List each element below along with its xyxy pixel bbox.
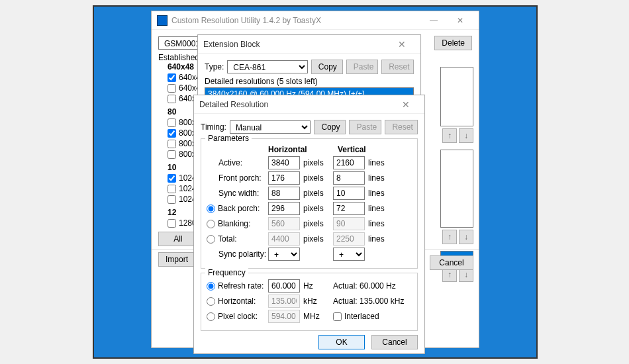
frequency-legend: Frequency	[205, 268, 248, 277]
polarity-v-select[interactable]: +	[333, 248, 365, 261]
sync-polarity-label: Sync polarity:	[207, 250, 265, 259]
back-porch-radio[interactable]: Back porch:	[207, 204, 265, 213]
type-label: Type:	[205, 62, 224, 71]
main-title: Custom Resolution Utility 1.4.2 by Toast…	[171, 16, 420, 25]
pixel-clock-radio[interactable]: Pixel clock:	[207, 312, 265, 321]
delete-button[interactable]: Delete	[434, 36, 472, 50]
side-list-2[interactable]	[440, 150, 473, 228]
detailed-titlebar: Detailed Resolution ✕	[194, 95, 424, 114]
front-porch-v-input[interactable]	[333, 171, 365, 185]
detailed-label: Detailed resolutions (5 slots left)	[205, 77, 414, 86]
parameters-group: Parameters Horizontal Vertical Active: p…	[201, 138, 418, 269]
side-list-1[interactable]	[440, 67, 473, 126]
refresh-actual: Actual: 60.000 Hz	[333, 281, 396, 291]
det-reset-button[interactable]: Reset	[385, 120, 418, 134]
extension-titlebar: Extension Block ✕	[198, 35, 420, 54]
viewport-frame: Custom Resolution Utility 1.4.2 by Toast…	[93, 5, 538, 359]
sync-width-h-input[interactable]	[268, 187, 300, 200]
pixel-clock-input	[268, 310, 300, 323]
sync-width-v-input[interactable]	[333, 187, 365, 200]
back-porch-h-input[interactable]	[268, 202, 300, 215]
frequency-group: Frequency Refresh rate: Hz Actual: 60.00…	[201, 273, 418, 331]
horizontal-radio[interactable]: Horizontal:	[207, 296, 265, 306]
col-horizontal: Horizontal	[268, 145, 334, 154]
main-cancel-button[interactable]: Cancel	[430, 255, 473, 270]
det-cancel-button[interactable]: Cancel	[371, 335, 418, 349]
sync-width-label: Sync width:	[207, 189, 265, 198]
timing-label: Timing:	[201, 122, 226, 132]
det-paste-button[interactable]: Paste	[349, 120, 381, 134]
front-porch-label: Front porch:	[207, 173, 265, 183]
total-v-input	[333, 232, 365, 246]
ext-reset-button[interactable]: Reset	[381, 60, 414, 74]
active-label: Active:	[207, 158, 265, 167]
app-icon	[157, 15, 168, 26]
total-radio[interactable]: Total:	[207, 234, 265, 244]
timing-select[interactable]: Manual	[230, 120, 311, 134]
active-v-input[interactable]	[333, 156, 365, 169]
move-down-button-1[interactable]: ↓	[459, 128, 473, 143]
detailed-title: Detailed Resolution	[199, 100, 393, 109]
refresh-rate-radio[interactable]: Refresh rate:	[207, 281, 265, 291]
move-up-button-2[interactable]: ↑	[442, 230, 457, 244]
polarity-h-select[interactable]: +	[268, 248, 300, 261]
horizontal-actual: Actual: 135.000 kHz	[333, 296, 404, 306]
ext-copy-button[interactable]: Copy	[311, 60, 343, 74]
import-button[interactable]: Import	[158, 252, 195, 267]
active-h-unit: pixels	[303, 158, 330, 167]
detailed-close-button[interactable]: ✕	[393, 99, 419, 110]
blanking-radio[interactable]: Blanking:	[207, 219, 265, 228]
extension-close-button[interactable]: ✕	[389, 39, 415, 50]
active-v-unit: lines	[368, 158, 395, 167]
ext-paste-button[interactable]: Paste	[346, 60, 378, 74]
extension-title: Extension Block	[203, 40, 389, 49]
move-down-button-2[interactable]: ↓	[459, 230, 473, 244]
move-up-button-1[interactable]: ↑	[442, 128, 457, 143]
total-h-input	[268, 232, 300, 246]
type-select[interactable]: CEA-861	[227, 60, 307, 73]
back-porch-v-input[interactable]	[333, 202, 365, 215]
refresh-rate-input[interactable]	[268, 279, 300, 293]
blanking-h-input	[268, 217, 300, 230]
interlaced-checkbox[interactable]: Interlaced	[333, 312, 379, 321]
active-h-input[interactable]	[268, 156, 300, 169]
ok-button[interactable]: OK	[318, 335, 365, 349]
main-titlebar: Custom Resolution Utility 1.4.2 by Toast…	[152, 11, 479, 30]
parameters-legend: Parameters	[205, 134, 252, 143]
horizontal-input	[268, 295, 300, 308]
front-porch-h-input[interactable]	[268, 171, 300, 185]
minimize-button[interactable]: —	[420, 16, 447, 25]
all-button[interactable]: All	[158, 232, 198, 246]
detailed-window: Detailed Resolution ✕ Timing: Manual Cop…	[193, 95, 425, 354]
close-button[interactable]: ✕	[447, 16, 473, 25]
col-vertical: Vertical	[338, 145, 404, 154]
det-copy-button[interactable]: Copy	[314, 120, 346, 134]
blanking-v-input	[333, 217, 365, 230]
